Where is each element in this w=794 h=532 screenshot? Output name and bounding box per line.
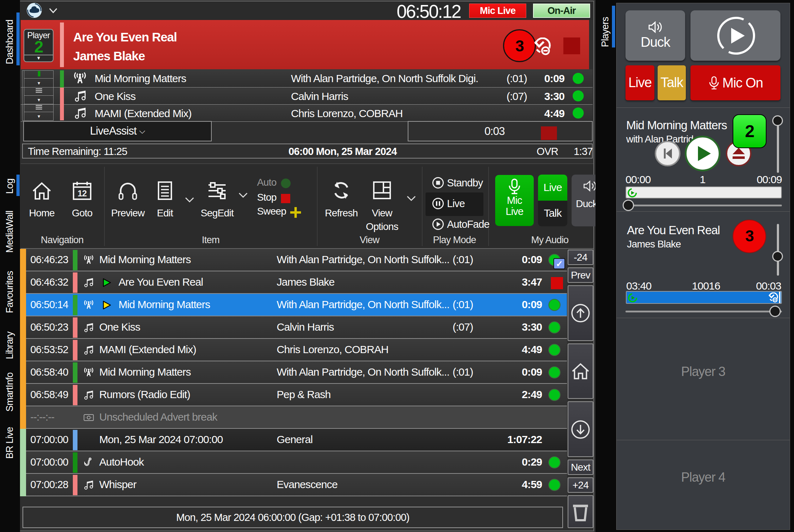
svg-text:12: 12: [77, 189, 87, 198]
